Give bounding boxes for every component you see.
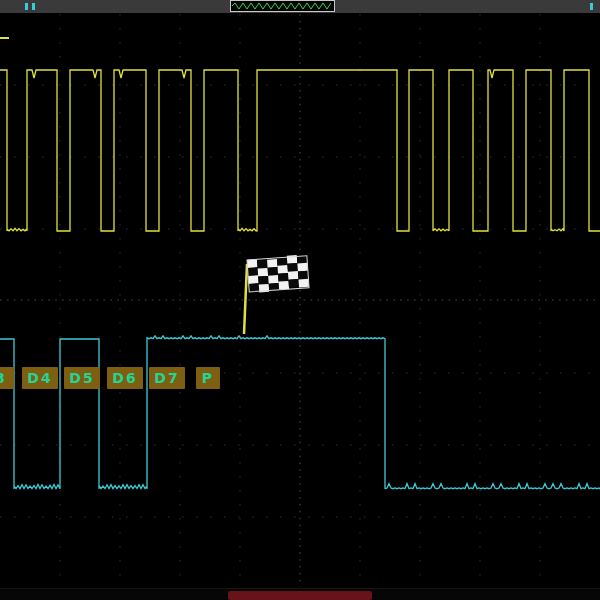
ch1-trace (0, 70, 600, 231)
decode-label-d5: D5 (64, 367, 100, 389)
decode-label-p: P (196, 367, 220, 389)
overview-zoom-window[interactable] (230, 0, 335, 12)
decode-label-d7: D7 (149, 367, 185, 389)
mini-waveform-icon (231, 1, 332, 11)
oscilloscope-screen: 3 D4 D5 D6 D7 P (0, 0, 600, 600)
graticule (0, 14, 600, 587)
ch2-trace (0, 336, 600, 489)
waveform-display (0, 13, 600, 588)
decode-label-d3: 3 (0, 367, 14, 389)
status-progress-segment (228, 591, 372, 600)
checkered-flag-icon[interactable] (244, 254, 309, 334)
status-bar (0, 588, 600, 600)
overview-marker-right (590, 3, 593, 10)
decode-label-d4: D4 (22, 367, 58, 389)
overview-marker-left-1 (25, 3, 28, 10)
overview-marker-left-2 (32, 3, 35, 10)
decode-label-d6: D6 (107, 367, 143, 389)
acquisition-overview-bar[interactable] (0, 0, 600, 13)
